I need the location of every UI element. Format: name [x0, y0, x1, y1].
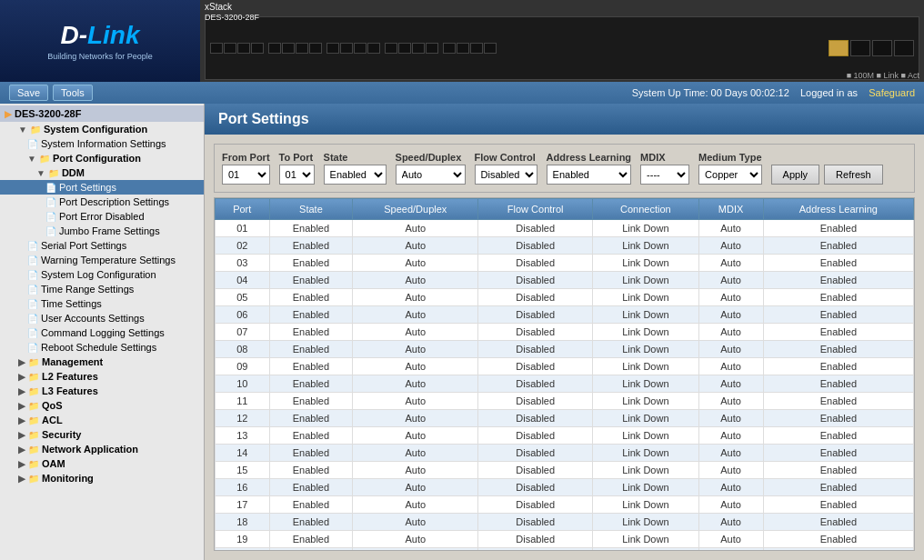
- flow-control-select[interactable]: Disabled Enabled: [475, 165, 537, 185]
- cell-address_learning: Enabled: [763, 358, 913, 375]
- sidebar-item-port-desc[interactable]: 📄 Port Description Settings: [0, 195, 204, 209]
- sidebar-item-monitoring[interactable]: ▶ 📁 Monitoring: [0, 471, 204, 485]
- refresh-button[interactable]: Refresh: [824, 165, 883, 185]
- expand-icon: ▶: [18, 445, 25, 455]
- save-button[interactable]: Save: [9, 85, 48, 101]
- table-row[interactable]: 06EnabledAutoDisabledLink DownAutoEnable…: [216, 306, 914, 324]
- cell-port: 04: [216, 272, 270, 289]
- folder-icon: ▶: [5, 109, 12, 119]
- table-row[interactable]: 04EnabledAutoDisabledLink DownAutoEnable…: [216, 272, 914, 289]
- cell-connection: Link Down: [593, 496, 698, 514]
- spacer: [265, 43, 267, 54]
- table-row[interactable]: 09EnabledAutoDisabledLink DownAutoEnable…: [216, 358, 914, 375]
- sidebar-item-cmd-logging[interactable]: 📄 Command Logging Settings: [0, 325, 204, 340]
- table-row[interactable]: 11EnabledAutoDisabledLink DownAutoEnable…: [216, 393, 914, 410]
- sidebar-item-qos[interactable]: ▶ 📁 QoS: [0, 398, 204, 413]
- cell-connection: Link Down: [593, 427, 698, 445]
- speed-duplex-label: Speed/Duplex: [396, 152, 466, 163]
- table-row[interactable]: 05EnabledAutoDisabledLink DownAutoEnable…: [216, 289, 914, 306]
- sidebar-label: Port Description Settings: [59, 196, 169, 207]
- sidebar-item-ddm[interactable]: ▼ 📁 DDM: [0, 165, 204, 180]
- table-row[interactable]: 18EnabledAutoDisabledLink DownAutoEnable…: [216, 514, 914, 531]
- table-row[interactable]: 01EnabledAutoDisabledLink DownAutoEnable…: [216, 220, 914, 237]
- table-row[interactable]: 17EnabledAutoDisabledLink DownAutoEnable…: [216, 496, 914, 514]
- table-row[interactable]: 20EnabledAutoDisabledLink DownAutoEnable…: [216, 548, 914, 552]
- cell-address_learning: Enabled: [763, 548, 913, 552]
- medium-type-select[interactable]: Copper Fiber: [698, 165, 761, 185]
- page-icon: 📄: [45, 197, 56, 207]
- sidebar-item-jumbo-frame[interactable]: 📄 Jumbo Frame Settings: [0, 224, 204, 238]
- table-row[interactable]: 03EnabledAutoDisabledLink DownAutoEnable…: [216, 255, 914, 272]
- sidebar-item-l3[interactable]: ▶ 📁 L3 Features: [0, 384, 204, 398]
- sidebar-label: Management: [42, 356, 103, 367]
- cell-flow_control: Disabled: [478, 496, 593, 514]
- to-port-label: To Port: [279, 152, 315, 163]
- sidebar-item-network-app[interactable]: ▶ 📁 Network Application: [0, 442, 204, 456]
- device-panel: xStack DES-3200-28F: [200, 0, 924, 82]
- tools-button[interactable]: Tools: [53, 85, 93, 101]
- speed-duplex-select[interactable]: Auto 10M Half 10M Full 100M Half 100M Fu…: [396, 165, 466, 185]
- cell-mdix: Auto: [698, 445, 763, 462]
- table-row[interactable]: 08EnabledAutoDisabledLink DownAutoEnable…: [216, 341, 914, 358]
- apply-button[interactable]: Apply: [771, 165, 820, 185]
- cell-state: Enabled: [269, 255, 353, 272]
- sidebar-device-label[interactable]: ▶ DES-3200-28F: [0, 105, 204, 122]
- table-row[interactable]: 14EnabledAutoDisabledLink DownAutoEnable…: [216, 445, 914, 462]
- cell-state: Enabled: [269, 220, 353, 237]
- cell-port: 17: [216, 496, 270, 514]
- expand-icon: ▶: [18, 372, 25, 382]
- port-block: [268, 43, 281, 54]
- table-row[interactable]: 07EnabledAutoDisabledLink DownAutoEnable…: [216, 324, 914, 341]
- table-row[interactable]: 10EnabledAutoDisabledLink DownAutoEnable…: [216, 375, 914, 393]
- port-block: [309, 43, 322, 54]
- cell-state: Enabled: [269, 496, 353, 514]
- sidebar-item-oam[interactable]: ▶ 📁 OAM: [0, 456, 204, 471]
- sidebar-item-serial-port[interactable]: 📄 Serial Port Settings: [0, 238, 204, 253]
- sidebar-item-port-config[interactable]: ▼ 📁 Port Configuration: [0, 151, 204, 165]
- folder-icon: 📁: [28, 445, 39, 455]
- sidebar-item-system-info[interactable]: 📄 System Information Settings: [0, 136, 204, 151]
- table-row[interactable]: 02EnabledAutoDisabledLink DownAutoEnable…: [216, 237, 914, 255]
- sidebar-item-system-config[interactable]: ▼ 📁 System Configuration: [0, 122, 204, 136]
- sidebar-item-security[interactable]: ▶ 📁 Security: [0, 427, 204, 442]
- cell-state: Enabled: [269, 445, 353, 462]
- port-block: [426, 43, 438, 54]
- device-panel-label: xStack DES-3200-28F: [205, 2, 259, 22]
- sidebar-item-l2[interactable]: ▶ 📁 L2 Features: [0, 369, 204, 384]
- table-row[interactable]: 16EnabledAutoDisabledLink DownAutoEnable…: [216, 479, 914, 496]
- sidebar-item-management[interactable]: ▶ 📁 Management: [0, 355, 204, 369]
- cell-flow_control: Disabled: [478, 427, 593, 445]
- table-row[interactable]: 15EnabledAutoDisabledLink DownAutoEnable…: [216, 462, 914, 479]
- from-port-select[interactable]: 01: [222, 165, 270, 185]
- address-learning-select[interactable]: Enabled Disabled: [547, 165, 632, 185]
- table-row[interactable]: 13EnabledAutoDisabledLink DownAutoEnable…: [216, 427, 914, 445]
- sidebar-item-user-accounts[interactable]: 📄 User Accounts Settings: [0, 311, 204, 325]
- state-select[interactable]: Enabled Disabled: [324, 165, 387, 185]
- cell-mdix: Auto: [698, 255, 763, 272]
- sidebar-item-time-settings[interactable]: 📄 Time Settings: [0, 296, 204, 311]
- logged-in-text: Logged in as: [800, 87, 858, 98]
- mdix-select[interactable]: ---- Auto MDI MDIX: [640, 165, 689, 185]
- cell-speed_duplex: Auto: [353, 272, 478, 289]
- folder-icon: 📁: [28, 430, 39, 440]
- sidebar-item-reboot-schedule[interactable]: 📄 Reboot Schedule Settings: [0, 340, 204, 355]
- sidebar-item-warning-temp[interactable]: 📄 Warning Temperature Settings: [0, 253, 204, 267]
- sidebar-item-port-settings[interactable]: 📄 Port Settings: [0, 180, 204, 195]
- port-block: [484, 43, 497, 54]
- cell-connection: Link Down: [593, 445, 698, 462]
- table-row[interactable]: 19EnabledAutoDisabledLink DownAutoEnable…: [216, 531, 914, 548]
- medium-type-label: Medium Type: [698, 152, 761, 163]
- folder-icon: 📁: [30, 125, 41, 135]
- cell-mdix: Auto: [698, 479, 763, 496]
- sidebar-item-time-range[interactable]: 📄 Time Range Settings: [0, 282, 204, 296]
- cell-flow_control: Disabled: [478, 514, 593, 531]
- sidebar-item-port-error[interactable]: 📄 Port Error Disabled: [0, 209, 204, 224]
- cell-speed_duplex: Auto: [353, 462, 478, 479]
- to-port-select[interactable]: 01: [279, 165, 315, 185]
- table-row[interactable]: 12EnabledAutoDisabledLink DownAutoEnable…: [216, 410, 914, 427]
- cell-port: 11: [216, 393, 270, 410]
- col-connection: Connection: [593, 199, 698, 220]
- sidebar-item-acl[interactable]: ▶ 📁 ACL: [0, 413, 204, 427]
- sidebar-item-syslog[interactable]: 📄 System Log Configuration: [0, 267, 204, 282]
- sidebar-label: QoS: [42, 400, 63, 411]
